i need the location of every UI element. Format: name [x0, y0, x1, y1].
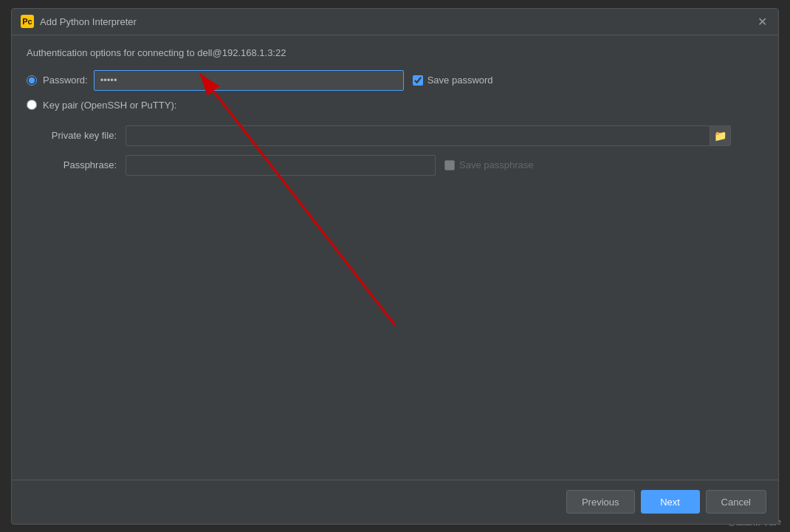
cancel-button[interactable]: Cancel [706, 490, 766, 514]
subtitle: Authentication options for connecting to… [27, 47, 763, 58]
save-passphrase-group: Save passphrase [444, 159, 533, 170]
browse-button[interactable]: 📁 [710, 126, 730, 145]
title-bar: Pc Add Python Interpreter ✕ [12, 9, 778, 35]
save-password-checkbox[interactable] [413, 75, 423, 86]
dialog-content: Authentication options for connecting to… [12, 35, 778, 480]
close-button[interactable]: ✕ [755, 14, 769, 29]
password-radio-row: Password: Save password [27, 70, 763, 91]
keypair-section: Private key file: 📁 Passphrase: Save pas… [43, 125, 763, 176]
keypair-radio-label: Key pair (OpenSSH or PuTTY): [43, 100, 176, 111]
next-button[interactable]: Next [641, 490, 700, 514]
password-input-wrapper: Save password [94, 70, 763, 91]
password-radio[interactable] [27, 75, 37, 86]
title-bar-left: Pc Add Python Interpreter [21, 15, 137, 28]
private-key-label: Private key file: [43, 130, 117, 141]
add-python-interpreter-dialog: Pc Add Python Interpreter ✕ Authenticati… [11, 8, 779, 525]
browse-icon: 📁 [714, 130, 727, 142]
dialog-title: Add Python Interpreter [40, 16, 137, 27]
save-passphrase-checkbox[interactable] [444, 160, 455, 170]
save-password-label: Save password [427, 75, 493, 86]
private-key-input-wrapper: 📁 [126, 125, 731, 146]
private-key-row: Private key file: 📁 [43, 125, 763, 146]
passphrase-input[interactable] [126, 155, 436, 176]
keypair-radio[interactable] [27, 100, 37, 110]
save-password-group: Save password [413, 75, 493, 86]
password-radio-label: Password: [43, 75, 88, 86]
dialog-footer: Previous Next Cancel [12, 480, 778, 524]
private-key-input[interactable] [126, 126, 710, 145]
keypair-radio-row: Key pair (OpenSSH or PuTTY): [27, 100, 763, 111]
app-icon: Pc [21, 15, 34, 28]
previous-button[interactable]: Previous [566, 490, 635, 514]
passphrase-label: Passphrase: [43, 159, 117, 170]
auth-section: Password: Save password Key pair (OpenSS… [27, 70, 763, 176]
save-passphrase-label: Save passphrase [459, 159, 533, 170]
password-input[interactable] [94, 70, 404, 91]
passphrase-row: Passphrase: Save passphrase [43, 155, 763, 176]
